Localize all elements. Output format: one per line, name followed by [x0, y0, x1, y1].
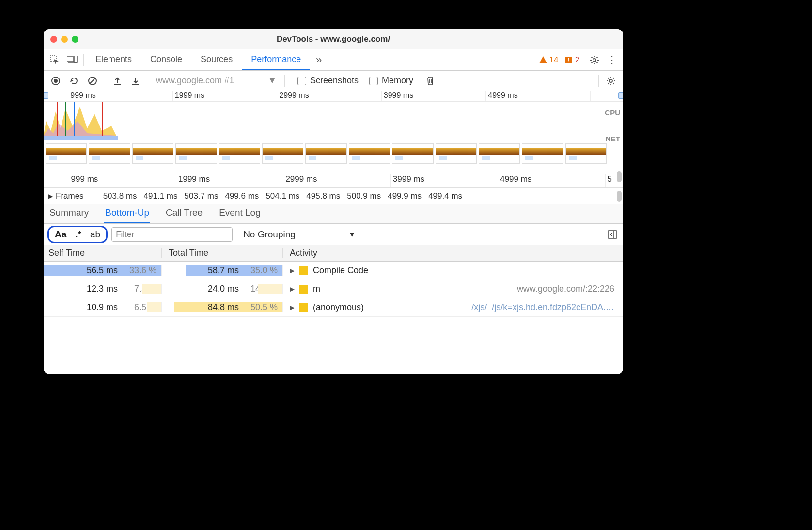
separator	[148, 75, 148, 87]
timeline-overview[interactable]: 999 ms 1999 ms 2999 ms 3999 ms 4999 ms C…	[44, 91, 623, 174]
tab-bottom-up[interactable]: Bottom-Up	[104, 203, 150, 223]
col-total-time[interactable]: Total Time	[162, 248, 283, 258]
svg-point-11	[609, 79, 612, 82]
category-color-icon	[299, 285, 308, 294]
screenshot-thumbnail[interactable]	[305, 143, 346, 164]
marker-green	[65, 102, 66, 136]
delete-profile-icon[interactable]	[422, 73, 438, 89]
settings-icon[interactable]	[586, 52, 603, 68]
record-button[interactable]	[47, 73, 64, 89]
filter-mode-buttons: Aa .* ab	[47, 226, 108, 243]
col-self-time[interactable]: Self Time	[44, 248, 162, 258]
table-row[interactable]: 12.3 ms7.3 % 24.0 ms14.3 % ▶ m www.googl…	[44, 280, 623, 298]
download-profile-icon[interactable]	[127, 73, 144, 89]
warnings-badge[interactable]: 14	[539, 55, 559, 65]
tab-sources[interactable]: Sources	[192, 50, 241, 70]
screenshot-thumbnail[interactable]	[175, 143, 217, 164]
frames-values: 503.8 ms 491.1 ms 503.7 ms 499.6 ms 504.…	[103, 191, 462, 201]
activity-name: (anonymous)	[313, 302, 364, 312]
warnings-count: 14	[549, 55, 559, 65]
cpu-activity-graph	[44, 102, 116, 136]
screenshot-thumbnail[interactable]	[89, 143, 130, 164]
screenshot-thumbnail[interactable]	[132, 143, 173, 164]
profile-selector[interactable]: www.google.com #1 ▼	[152, 76, 281, 86]
screenshot-thumbnail[interactable]	[219, 143, 260, 164]
screenshot-thumbnail[interactable]	[46, 143, 87, 164]
kebab-menu-icon[interactable]: ⋮	[604, 52, 620, 68]
grouping-label: No Grouping	[243, 229, 296, 240]
net-track-label: NET	[606, 135, 620, 143]
device-toolbar-icon[interactable]	[64, 52, 80, 68]
main-tabs-bar: Elements Console Sources Performance » 1…	[44, 49, 623, 71]
separator	[105, 75, 105, 87]
screenshot-thumbnail[interactable]	[349, 143, 390, 164]
svg-point-8	[54, 79, 58, 83]
screenshot-thumbnail[interactable]	[522, 143, 563, 164]
svg-line-10	[90, 78, 95, 84]
svg-point-6	[593, 59, 596, 62]
activity-name: Compile Code	[313, 265, 368, 276]
screenshot-thumbnail[interactable]	[565, 143, 607, 164]
tab-performance[interactable]: Performance	[242, 50, 310, 70]
tab-console[interactable]: Console	[141, 50, 191, 70]
inspect-element-icon[interactable]	[47, 52, 63, 68]
col-activity[interactable]: Activity	[283, 248, 623, 258]
screenshot-thumbnail[interactable]	[479, 143, 520, 164]
screenshots-checkbox[interactable]: Screenshots	[297, 76, 359, 86]
errors-badge[interactable]: ! 2	[564, 55, 579, 65]
activity-name: m	[313, 284, 320, 294]
screenshot-thumbnail[interactable]	[392, 143, 433, 164]
filter-toolbar: Aa .* ab No Grouping ▼	[44, 224, 623, 245]
tab-summary[interactable]: Summary	[48, 203, 90, 223]
regex-toggle[interactable]: .*	[75, 229, 81, 240]
expand-icon[interactable]: ▶	[290, 285, 295, 293]
grouping-selector[interactable]: No Grouping ▼	[243, 229, 356, 240]
memory-checkbox[interactable]: Memory	[369, 76, 413, 86]
expand-icon[interactable]: ▶	[290, 267, 295, 274]
activity-source[interactable]: www.google.com/:22:226	[517, 284, 623, 294]
tab-call-tree[interactable]: Call Tree	[165, 203, 203, 223]
devtools-window: DevTools - www.google.com/ Elements Cons…	[44, 29, 623, 374]
tab-event-log[interactable]: Event Log	[218, 203, 262, 223]
category-color-icon	[299, 266, 308, 275]
checkbox-icon	[369, 77, 378, 85]
performance-toolbar: www.google.com #1 ▼ Screenshots Memory	[44, 71, 623, 91]
window-title: DevTools - www.google.com/	[44, 34, 623, 44]
clear-button[interactable]	[84, 73, 101, 89]
whole-word-toggle[interactable]: ab	[90, 229, 100, 240]
screenshot-thumbnail[interactable]	[262, 143, 303, 164]
main-timeline-ruler[interactable]: 999 ms 1999 ms 2999 ms 3999 ms 4999 ms 5	[44, 174, 623, 188]
toggle-side-panel-icon[interactable]	[606, 228, 619, 241]
network-activity-strip	[44, 136, 141, 141]
errors-count: 2	[575, 55, 579, 65]
frames-label: Frames	[56, 191, 84, 201]
filter-input[interactable]	[111, 227, 233, 242]
frames-track-toggle[interactable]: ▶ Frames	[48, 191, 84, 201]
table-row[interactable]: 10.9 ms6.5 % 84.8 ms50.5 % ▶ (anonymous)…	[44, 298, 623, 317]
svg-rect-2	[74, 56, 77, 62]
match-case-toggle[interactable]: Aa	[55, 229, 66, 240]
screenshots-label: Screenshots	[310, 76, 359, 86]
scrollbar-thumb[interactable]	[617, 191, 622, 202]
svg-text:!: !	[567, 57, 569, 64]
upload-profile-icon[interactable]	[109, 73, 125, 89]
frames-track[interactable]: ▶ Frames 503.8 ms 491.1 ms 503.7 ms 499.…	[44, 188, 623, 204]
reload-record-button[interactable]	[66, 73, 82, 89]
screenshot-thumbnail[interactable]	[436, 143, 477, 164]
svg-rect-1	[67, 57, 74, 62]
separator	[83, 54, 84, 66]
activity-source[interactable]: /xjs/_/js/k=xjs.hd.en.fdzp62cEnDA.…	[471, 302, 623, 312]
overview-ruler-top: 999 ms 1999 ms 2999 ms 3999 ms 4999 ms	[44, 91, 623, 102]
scrollbar-thumb[interactable]	[617, 171, 622, 182]
svg-rect-12	[609, 231, 616, 238]
table-row[interactable]: 56.5 ms33.6 % 58.7 ms35.0 % ▶ Compile Co…	[44, 262, 623, 280]
titlebar: DevTools - www.google.com/	[44, 29, 623, 49]
cpu-track-label: CPU	[605, 109, 620, 117]
more-tabs-icon[interactable]: »	[311, 52, 327, 68]
table-header: Self Time Total Time Activity	[44, 245, 623, 262]
expand-icon[interactable]: ▶	[290, 304, 295, 311]
capture-settings-icon[interactable]	[603, 73, 619, 89]
tab-elements[interactable]: Elements	[87, 50, 141, 70]
separator	[598, 75, 599, 87]
screenshot-filmstrip	[44, 143, 609, 164]
